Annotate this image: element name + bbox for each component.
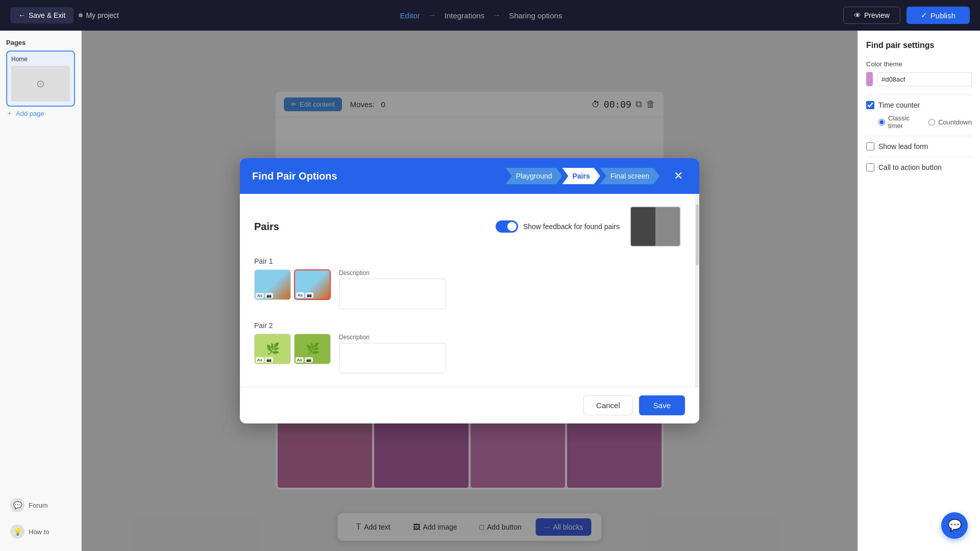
sidebar-item-howto[interactable]: 💡 How to xyxy=(6,520,75,543)
page-thumb: ⊙ xyxy=(11,66,70,102)
modal-content-area: Pairs Show feedback for found pairs xyxy=(240,194,695,387)
chat-fab[interactable]: 💬 xyxy=(941,512,968,539)
pairs-heading: Pairs xyxy=(254,221,279,233)
pair-1-img-2[interactable]: Aa 📷 ← xyxy=(294,269,331,300)
img-overlay-4: Aa 📷 xyxy=(296,357,313,363)
feedback-toggle[interactable] xyxy=(496,220,518,233)
time-counter-label: Time counter xyxy=(878,101,920,109)
lead-form-row: Show lead form xyxy=(866,142,972,151)
feedback-toggle-area: Show feedback for found pairs xyxy=(496,206,681,247)
countdown-label: Countdown xyxy=(938,118,972,126)
img-badge-aa-3: Aa xyxy=(256,357,264,363)
step-final-screen[interactable]: Final screen xyxy=(600,168,659,184)
howto-icon: 💡 xyxy=(10,524,24,539)
pair-2-desc-col: Description xyxy=(339,334,681,375)
nav-integrations[interactable]: Integrations xyxy=(445,11,484,20)
color-theme-label: Color theme xyxy=(866,60,972,68)
preview-image xyxy=(630,206,681,247)
forum-icon: 💬 xyxy=(10,498,24,512)
pair-1-row: Aa 📷 Aa 📷 ← xyxy=(254,269,681,311)
page-thumb-icon: ⊙ xyxy=(36,78,45,90)
pair-1-desc-input[interactable] xyxy=(339,279,446,309)
cta-checkbox[interactable] xyxy=(866,163,874,171)
modal-find-pair: Find Pair Options Playground Pairs Final… xyxy=(240,158,699,423)
color-row xyxy=(866,72,972,86)
page-item-home[interactable]: Home ⊙ xyxy=(6,51,75,107)
leaf-icon-2: 🌿 xyxy=(306,342,320,356)
scrollbar-thumb xyxy=(696,204,699,265)
chat-icon: 💬 xyxy=(948,519,962,532)
arrow-icon-1: → xyxy=(428,11,436,20)
sidebar-item-forum[interactable]: 💬 Forum xyxy=(6,494,75,516)
save-button[interactable]: Save xyxy=(639,395,685,415)
feedback-label: Show feedback for found pairs xyxy=(523,222,620,231)
settings-title: Find pair settings xyxy=(866,41,972,50)
classic-timer-radio[interactable] xyxy=(878,119,885,126)
howto-label: How to xyxy=(29,528,49,536)
countdown-radio[interactable] xyxy=(928,119,935,126)
pair-2-img-1[interactable]: Aa 📷 🌿 xyxy=(254,334,291,364)
toggle-knob xyxy=(507,222,517,231)
pairs-header: Pairs Show feedback for found pairs xyxy=(254,206,681,247)
main-layout: Pages Home ⊙ ＋ Add page 💬 Forum 💡 How to xyxy=(0,31,980,551)
img-overlay-2: Aa 📷 xyxy=(296,292,313,298)
leaf-icon-1: 🌿 xyxy=(266,342,280,356)
img-badge-cam-4: 📷 xyxy=(305,357,313,363)
pair-2-img-2[interactable]: Aa 📷 🌿 xyxy=(294,334,331,364)
img-badge-aa-2: Aa xyxy=(296,292,304,298)
classic-timer-row: Classic timer xyxy=(878,114,920,130)
sidebar-tools: 💬 Forum 💡 How to xyxy=(6,494,75,543)
lead-form-checkbox[interactable] xyxy=(866,142,874,151)
pair-2-desc-input[interactable] xyxy=(339,343,446,373)
pages-title: Pages xyxy=(6,39,75,46)
top-nav: ← Save & Exit My project Editor → Integr… xyxy=(0,0,980,31)
pair-1-section: Pair 1 Aa 📷 xyxy=(254,257,681,311)
modal-scrollbar[interactable] xyxy=(695,194,699,387)
pair-2-images: Aa 📷 🌿 Aa 📷 xyxy=(254,334,331,364)
color-swatch[interactable] xyxy=(866,72,873,86)
right-sidebar: Find pair settings Color theme Time coun… xyxy=(857,31,980,551)
step-playground[interactable]: Playground xyxy=(506,168,562,184)
modal-footer: Cancel Save xyxy=(240,387,699,423)
divider-2 xyxy=(866,136,972,136)
time-counter-checkbox[interactable] xyxy=(866,101,874,109)
img-badge-aa-4: Aa xyxy=(296,357,304,363)
left-sidebar: Pages Home ⊙ ＋ Add page 💬 Forum 💡 How to xyxy=(0,31,82,551)
pair-2-row: Aa 📷 🌿 Aa 📷 xyxy=(254,334,681,375)
modal-close-button[interactable]: ✕ xyxy=(670,167,687,185)
pair-2-label: Pair 2 xyxy=(254,321,681,330)
pair-1-img-1[interactable]: Aa 📷 xyxy=(254,269,291,300)
step-pairs[interactable]: Pairs xyxy=(562,168,600,184)
cta-label: Call to action button xyxy=(878,163,942,171)
save-exit-button[interactable]: ← Save & Exit xyxy=(10,7,74,23)
pair-2-desc-label: Description xyxy=(339,334,681,341)
lead-form-label: Show lead form xyxy=(878,142,928,151)
check-icon: ✓ xyxy=(921,11,927,20)
img-badge-cam: 📷 xyxy=(265,293,273,298)
nav-editor[interactable]: Editor xyxy=(400,11,420,20)
pair-1-label: Pair 1 xyxy=(254,257,681,265)
img-badge-aa: Aa xyxy=(256,293,264,298)
classic-timer-label: Classic timer xyxy=(888,114,920,130)
color-theme-row: Color theme xyxy=(866,60,972,86)
nav-center: Editor → Integrations → Sharing options xyxy=(400,11,562,20)
nav-sharing[interactable]: Sharing options xyxy=(509,11,562,20)
page-label-home: Home xyxy=(11,56,70,63)
preview-button[interactable]: 👁 Preview xyxy=(843,7,900,24)
img-overlay-1: Aa 📷 xyxy=(256,293,273,298)
add-page-button[interactable]: ＋ Add page xyxy=(6,107,44,120)
divider-1 xyxy=(866,94,972,95)
cancel-button[interactable]: Cancel xyxy=(583,395,633,415)
pair-1-images: Aa 📷 Aa 📷 ← xyxy=(254,269,331,300)
color-input[interactable] xyxy=(877,72,972,86)
img-badge-cam-3: 📷 xyxy=(265,357,273,363)
pair-1-desc-label: Description xyxy=(339,269,681,277)
arrow-left-icon: ← xyxy=(18,11,26,19)
dot-icon xyxy=(79,13,83,17)
time-counter-row: Time counter xyxy=(866,101,972,109)
img-badge-cam-2: 📷 xyxy=(305,292,313,298)
publish-button[interactable]: ✓ Publish xyxy=(906,7,970,24)
project-name: My project xyxy=(79,11,119,19)
timer-type-group: Classic timer Countdown xyxy=(878,114,972,130)
img-overlay-3: Aa 📷 xyxy=(256,357,273,363)
